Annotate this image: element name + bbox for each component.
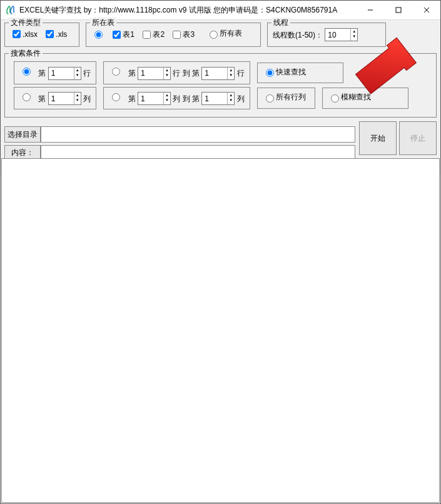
directory-field[interactable]: [41, 126, 355, 143]
group-row-range: 第 ▲▼ 行 到 第 ▲▼ 行: [103, 61, 250, 84]
label-row-prefix: 第: [38, 69, 46, 78]
radio-all-tables-label: 所有表: [220, 28, 242, 39]
radio-fuzzy-label: 模糊查找: [341, 92, 371, 103]
radio-single-row[interactable]: [19, 66, 33, 76]
spin-row-single[interactable]: ▲▼: [48, 67, 81, 80]
fieldset-search-conditions: 搜索条件 第 ▲▼ 行 第 ▲▼ 行 到 第 ▲▼ 行 快速查找: [4, 53, 437, 118]
minimize-button[interactable]: [356, 1, 384, 19]
spin-col-single[interactable]: ▲▼: [48, 92, 81, 105]
checkbox-xls[interactable]: .xls: [43, 28, 67, 40]
radio-all-cols-label: 所有行列: [276, 92, 306, 103]
select-directory-button[interactable]: 选择目录: [4, 126, 41, 143]
threads-label: 线程数(1-50)：: [273, 31, 323, 39]
spin-down-icon[interactable]: ▼: [351, 34, 357, 39]
radio-quick-search[interactable]: 快速查找: [263, 67, 306, 78]
spin-row-from[interactable]: ▲▼: [138, 67, 171, 80]
legend-file-type: 文件类型: [9, 18, 43, 28]
group-col-range: 第 ▲▼ 列 到 第 ▲▼ 列: [103, 87, 250, 110]
threads-input[interactable]: [325, 29, 350, 41]
window-title: EXCEL关键字查找 by：http://www.1118pc.com v9 试…: [19, 5, 356, 16]
checkbox-xls-label: .xls: [56, 30, 67, 39]
checkbox-table1-label: 表1: [123, 29, 134, 40]
spin-up-icon[interactable]: ▲: [351, 29, 357, 34]
checkbox-table2[interactable]: 表2: [140, 29, 165, 41]
checkbox-table3[interactable]: 表3: [170, 29, 195, 41]
checkbox-table2-label: 表2: [153, 29, 165, 40]
checkbox-table1[interactable]: 表1: [110, 29, 134, 41]
threads-spinbox[interactable]: ▲▼: [325, 28, 358, 41]
radio-single-col[interactable]: [19, 91, 33, 101]
radio-all-tables[interactable]: 所有表: [206, 28, 242, 39]
group-single-row: 第 ▲▼ 行: [14, 61, 96, 84]
fieldset-tables: 所在表 表1 表2 表3 所有表: [86, 23, 261, 47]
legend-search: 搜索条件: [9, 48, 43, 59]
radio-fuzzy-search[interactable]: 模糊查找: [328, 92, 371, 103]
fieldset-threads: 线程 线程数(1-50)： ▲▼: [267, 23, 386, 47]
stop-button[interactable]: 停止: [399, 121, 437, 155]
radio-row-range[interactable]: [109, 66, 122, 76]
legend-threads: 线程: [271, 18, 290, 28]
app-icon: [6, 5, 16, 15]
radio-tables-specific[interactable]: [91, 29, 104, 39]
group-all-cols: 所有行列: [257, 88, 315, 109]
titlebar: EXCEL关键字查找 by：http://www.1118pc.com v9 试…: [1, 1, 440, 20]
svg-rect-1: [396, 8, 401, 13]
close-button[interactable]: [412, 1, 440, 19]
label-row-suffix: 行: [83, 69, 91, 78]
fieldset-file-type: 文件类型 .xlsx .xls: [4, 23, 79, 47]
group-mode: 快速查找: [257, 63, 343, 84]
spin-col-from[interactable]: ▲▼: [138, 92, 171, 105]
checkbox-xlsx[interactable]: .xlsx: [10, 28, 38, 40]
radio-all-cols[interactable]: 所有行列: [263, 92, 306, 103]
group-single-col: 第 ▲▼ 列: [14, 87, 96, 110]
group-mode2: 模糊查找: [322, 88, 408, 109]
checkbox-table3-label: 表3: [183, 29, 195, 40]
results-area[interactable]: [1, 158, 440, 503]
spin-row-to[interactable]: ▲▼: [201, 67, 235, 80]
legend-tables: 所在表: [90, 18, 116, 28]
maximize-button[interactable]: [384, 1, 412, 19]
radio-col-range[interactable]: [109, 91, 122, 101]
start-button[interactable]: 开始: [359, 121, 397, 155]
checkbox-xlsx-label: .xlsx: [23, 30, 38, 39]
radio-quick-label: 快速查找: [276, 67, 306, 78]
spin-col-to[interactable]: ▲▼: [201, 92, 235, 105]
